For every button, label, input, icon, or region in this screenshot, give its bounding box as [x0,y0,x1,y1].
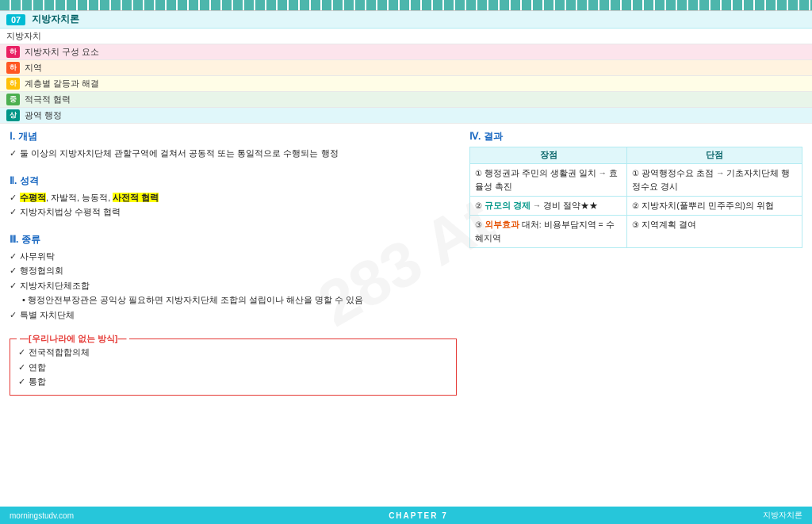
footer-right: 지방자치론 [763,510,802,521]
footer-center: CHAPTER 7 [389,511,448,520]
check-icon-5: ✓ [10,264,17,277]
check-icon-9: ✓ [18,361,25,374]
section-III-item-5: ✓ 특별 자치단체 [10,308,457,322]
red-border-box: —[우리나라에 없는 방식]— ✓ 전국적합합의체 ✓ 연합 ✓ 통합 [10,338,457,396]
section-III-heading: Ⅲ. 종류 [10,233,457,247]
check-icon-4: ✓ [10,250,17,263]
sub-badge-3: 하 [6,62,20,74]
check-icon-10: ✓ [18,375,25,388]
check-icon-3: ✓ [10,205,17,219]
check-icon-8: ✓ [18,346,25,359]
section-I-item-1: ✓ 둘 이상의 지방자치단체 관할구역에 걸쳐서 공동적 또는 통일적으로 수행… [10,147,457,160]
table-cell-pro-3: ③ 외부효과 대처: 비용부담지역 = 수혜지역 [470,215,627,247]
table-row-3: ③ 외부효과 대처: 비용부담지역 = 수혜지역 ③ 지역계획 결여 [470,215,802,247]
table-cell-pro-2: ② 규모의 경제 → 경비 절약★★ [470,196,627,215]
chapter-title: 지방자치론 [32,13,79,26]
table-header-con: 단점 [627,147,802,164]
left-column: Ⅰ. 개념 ✓ 둘 이상의 지방자치단체 관할구역에 걸쳐서 공동적 또는 통일… [10,130,457,500]
sub-row-4: 하 계층별 갈등과 해결 [0,76,812,92]
red-box-text-3: 통합 [29,375,46,388]
section-II-item-1: ✓ 수평적, 자발적, 능동적, 사전적 협력 [10,191,457,205]
check-icon-2: ✓ [10,191,17,205]
section-III-item-1: ✓ 사무위탁 [10,250,457,263]
section-II-text-1: 수평적, 자발적, 능동적, 사전적 협력 [20,191,159,205]
table-cell-con-3: ③ 지역계획 결여 [627,215,802,247]
sub-row-5: 중 적극적 협력 [0,92,812,108]
section-III: Ⅲ. 종류 ✓ 사무위탁 ✓ 행정협의회 ✓ 지방자치단체조합 • 행정안전부장… [10,233,457,323]
chapter-number: 07 [6,14,25,25]
section-III-text-3: 지방자치단체조합 [20,279,90,293]
sub-rows: 지방자치 하 지방자치 구성 요소 하 지역 하 계층별 갈등과 해결 중 적극… [0,29,812,124]
section-I-heading: Ⅰ. 개념 [10,130,457,143]
section-I: Ⅰ. 개념 ✓ 둘 이상의 지방자치단체 관할구역에 걸쳐서 공동적 또는 통일… [10,130,457,162]
table-header-pro: 장점 [470,147,627,164]
iv-table: 장점 단점 ① 행정권과 주민의 생활권 일치 → 효율성 촉진 ① 광역행정수… [469,147,802,248]
section-II-text-2: 지방자치법상 수평적 협력 [20,205,121,219]
sub-badge-5: 중 [6,94,20,105]
table-row-1: ① 행정권과 주민의 생활권 일치 → 효율성 촉진 ① 광역행정수요 초점 →… [470,164,802,197]
check-icon-7: ✓ [10,308,17,322]
page: 07 지방자치론 지방자치 하 지방자치 구성 요소 하 지역 하 계층별 갈등… [0,0,812,524]
sub-row-2: 하 지방자치 구성 요소 [0,44,812,60]
section-IV-heading: Ⅳ. 결과 [469,130,802,143]
section-III-bullet: • 행정안전부장관은 공익상 필요하면 지방자치단체 조합의 설립이나 해산을 … [22,293,457,307]
check-icon-1: ✓ [10,147,17,160]
sub-row-6: 상 광역 행정 [0,108,812,124]
highlight-suphyeong: 수평적 [20,193,46,202]
sub-text-6: 광역 행정 [25,109,62,121]
top-decoration [0,0,812,11]
sub-text-3: 지역 [25,62,42,74]
header-row: 07 지방자치론 [0,11,812,29]
sub-badge-2: 하 [6,46,20,58]
section-IV: Ⅳ. 결과 장점 단점 ① 행정권과 주민의 생활권 일치 → 효율성 촉진 [469,130,802,248]
sub-text-2: 지방자치 구성 요소 [25,46,99,58]
sub-row-1: 지방자치 [0,29,812,44]
red-border-title: —[우리나라에 없는 방식]— [17,333,129,345]
section-II-heading: Ⅱ. 성격 [10,174,457,188]
table-cell-con-2: ② 지방자치(풀뿌리 민주주의)의 위협 [627,196,802,215]
section-II-item-2: ✓ 지방자치법상 수평적 협력 [10,205,457,219]
sub-text-4: 계층별 갈등과 해결 [25,78,99,90]
main-content: Ⅰ. 개념 ✓ 둘 이상의 지방자치단체 관할구역에 걸쳐서 공동적 또는 통일… [0,124,812,507]
section-I-text-1: 둘 이상의 지방자치단체 관할구역에 걸쳐서 공동적 또는 통일적으로 수행되는… [20,147,339,160]
section-II: Ⅱ. 성격 ✓ 수평적, 자발적, 능동적, 사전적 협력 ✓ 지방자치법상 수… [10,174,457,220]
sub-row-3: 하 지역 [0,60,812,76]
section-III-text-2: 행정협의회 [20,264,63,277]
red-box-item-3: ✓ 통합 [18,375,448,388]
section-III-text-1: 사무위탁 [20,250,55,263]
footer-left: morningstudv.com [10,511,74,520]
table-cell-con-1: ① 광역행정수요 초점 → 기초자치단체 행정수요 경시 [627,164,802,197]
highlight-sajeonjeokhyeoplyeok: 사전적 협력 [113,193,159,202]
table-row-2: ② 규모의 경제 → 경비 절약★★ ② 지방자치(풀뿌리 민주주의)의 위협 [470,196,802,215]
highlight-gyumo: 규모의 경제 [485,201,530,210]
sub-text-5: 적극적 협력 [25,94,71,105]
footer: morningstudv.com CHAPTER 7 지방자치론 [0,507,812,524]
right-column: Ⅳ. 결과 장점 단점 ① 행정권과 주민의 생활권 일치 → 효율성 촉진 [469,130,802,500]
red-box-item-1: ✓ 전국적합합의체 [18,346,448,359]
highlight-oibuhyogwa: 외부효과 [485,220,519,229]
red-box-item-2: ✓ 연합 [18,361,448,374]
sub-badge-4: 하 [6,78,20,90]
red-box-text-2: 연합 [29,361,46,374]
check-icon-6: ✓ [10,279,17,293]
sub-badge-6: 상 [6,109,20,121]
sub-text-1: 지방자치 [6,30,41,42]
table-cell-pro-1: ① 행정권과 주민의 생활권 일치 → 효율성 촉진 [470,164,627,197]
section-III-item-3: ✓ 지방자치단체조합 [10,279,457,293]
red-box-text-1: 전국적합합의체 [29,346,90,359]
section-III-text-5: 특별 자치단체 [20,308,75,322]
section-III-item-2: ✓ 행정협의회 [10,264,457,277]
